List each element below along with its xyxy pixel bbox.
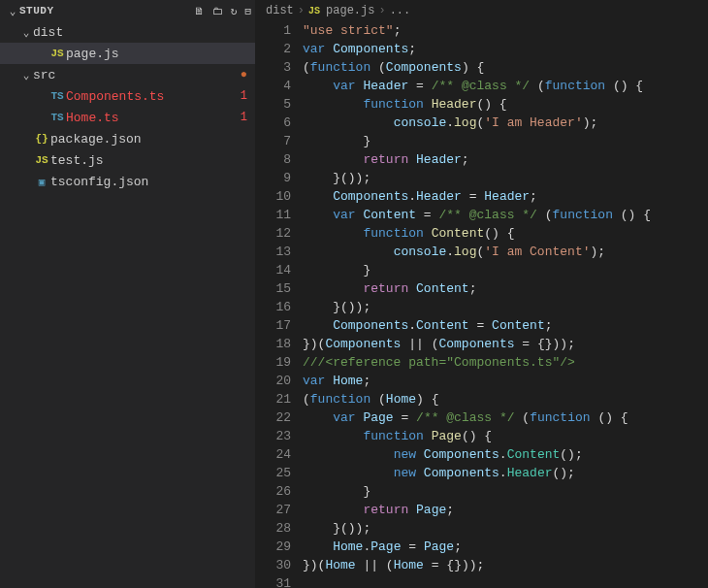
line-number: 19 [256,353,291,372]
tree-file[interactable]: JSpage.js [0,43,255,64]
line-number: 3 [256,58,291,77]
line-number: 29 [256,538,291,556]
code-line[interactable] [303,574,708,588]
code-line[interactable]: console.log('I am Header'); [303,114,708,132]
line-number: 30 [256,556,291,574]
code-line[interactable]: return Header; [303,150,708,169]
tree-file[interactable]: JStest.js [0,149,255,171]
error-dot-icon: ● [241,68,247,82]
code-line[interactable]: } [303,132,708,150]
code-line[interactable]: var Home; [303,372,708,390]
line-number: 20 [256,372,291,390]
chevron-right-icon: › [298,4,305,17]
chevron-down-icon: ⌄ [6,5,19,17]
code-line[interactable]: return Content; [303,279,708,298]
editor-panel: dist › JS page.js › ... 1234567891011121… [256,0,708,588]
json-file-icon: {} [33,133,50,145]
tree-file[interactable]: TSComponents.ts1 [0,85,255,107]
line-number: 5 [256,95,291,114]
error-count-badge: 1 [241,111,247,124]
line-number: 4 [256,77,291,95]
line-number: 8 [256,150,291,169]
tree-folder[interactable]: ⌄src● [0,64,255,85]
breadcrumb-segment[interactable]: dist [266,4,294,17]
line-gutter: 1234567891011121314151617181920212223242… [256,21,303,588]
tree-item-label: tsconfig.json [50,175,247,189]
tree-file[interactable]: ▣tsconfig.json [0,171,255,192]
code-line[interactable]: } [303,482,708,501]
code-line[interactable]: new Components.Header(); [303,464,708,482]
line-number: 16 [256,298,291,316]
line-number: 25 [256,464,291,482]
chevron-down-icon: ⌄ [19,69,33,82]
tree-item-label: page.js [66,47,247,61]
line-number: 12 [256,224,291,243]
line-number: 2 [256,40,291,58]
line-number: 27 [256,501,291,519]
explorer-title: STUDY [19,5,194,16]
code-line[interactable]: var Components; [303,40,708,58]
line-number: 1 [256,21,291,40]
code-line[interactable]: ///<reference path="Components.ts"/> [303,353,708,372]
breadcrumb-more[interactable]: ... [390,4,411,17]
code-line[interactable]: })(Components || (Components = {})); [303,335,708,353]
code-line[interactable]: function Content() { [303,224,708,243]
collapse-icon[interactable]: ⊟ [244,5,251,17]
code-line[interactable]: new Components.Content(); [303,445,708,464]
tsconfig-file-icon: ▣ [33,176,50,188]
line-number: 9 [256,169,291,187]
code-line[interactable]: Home.Page = Page; [303,538,708,556]
line-number: 26 [256,482,291,501]
code-line[interactable]: (function (Home) { [303,390,708,408]
code-line[interactable]: } [303,261,708,279]
tree-item-label: dist [33,25,247,40]
file-tree: ⌄distJSpage.js⌄src●TSComponents.ts1TSHom… [0,21,255,192]
breadcrumb[interactable]: dist › JS page.js › ... [256,0,708,21]
code-line[interactable]: }()); [303,298,708,316]
js-file-icon: JS [48,48,66,59]
line-number: 7 [256,132,291,150]
code-line[interactable]: console.log('I am Content'); [303,243,708,261]
explorer-header[interactable]: ⌄ STUDY 🗎 🗀 ↻ ⊟ [0,0,255,21]
explorer-actions: 🗎 🗀 ↻ ⊟ [194,5,251,17]
ts-file-icon: TS [48,112,66,123]
code-line[interactable]: })(Home || (Home = {})); [303,556,708,574]
code-line[interactable]: var Header = /** @class */ (function () … [303,77,708,95]
code-line[interactable]: (function (Components) { [303,58,708,77]
code-line[interactable]: }()); [303,519,708,538]
code-line[interactable]: Components.Content = Content; [303,316,708,335]
tree-item-label: Components.ts [66,89,241,104]
code-content[interactable]: "use strict";var Components;(function (C… [303,21,708,588]
tree-file[interactable]: TSHome.ts1 [0,107,255,128]
line-number: 15 [256,279,291,298]
tree-folder[interactable]: ⌄dist [0,21,255,43]
line-number: 14 [256,261,291,279]
code-line[interactable]: }()); [303,169,708,187]
code-line[interactable]: Components.Header = Header; [303,187,708,206]
tree-item-label: src [33,68,241,82]
breadcrumb-segment[interactable]: page.js [326,4,374,17]
code-line[interactable]: return Page; [303,501,708,519]
code-line[interactable]: var Page = /** @class */ (function () { [303,408,708,427]
line-number: 10 [256,187,291,206]
chevron-right-icon: › [378,4,385,17]
new-folder-icon[interactable]: 🗀 [212,5,223,17]
chevron-down-icon: ⌄ [19,26,33,39]
js-file-icon: JS [308,6,320,16]
code-area: 1234567891011121314151617181920212223242… [256,21,708,588]
line-number: 11 [256,206,291,224]
error-count-badge: 1 [241,89,247,103]
ts-file-icon: TS [48,90,66,102]
tree-file[interactable]: {}package.json [0,128,255,149]
line-number: 13 [256,243,291,261]
code-line[interactable]: "use strict"; [303,21,708,40]
tree-item-label: test.js [50,153,247,168]
line-number: 24 [256,445,291,464]
code-line[interactable]: function Page() { [303,427,708,445]
line-number: 6 [256,114,291,132]
refresh-icon[interactable]: ↻ [231,5,238,17]
line-number: 22 [256,408,291,427]
new-file-icon[interactable]: 🗎 [194,5,205,17]
code-line[interactable]: var Content = /** @class */ (function ()… [303,206,708,224]
code-line[interactable]: function Header() { [303,95,708,114]
